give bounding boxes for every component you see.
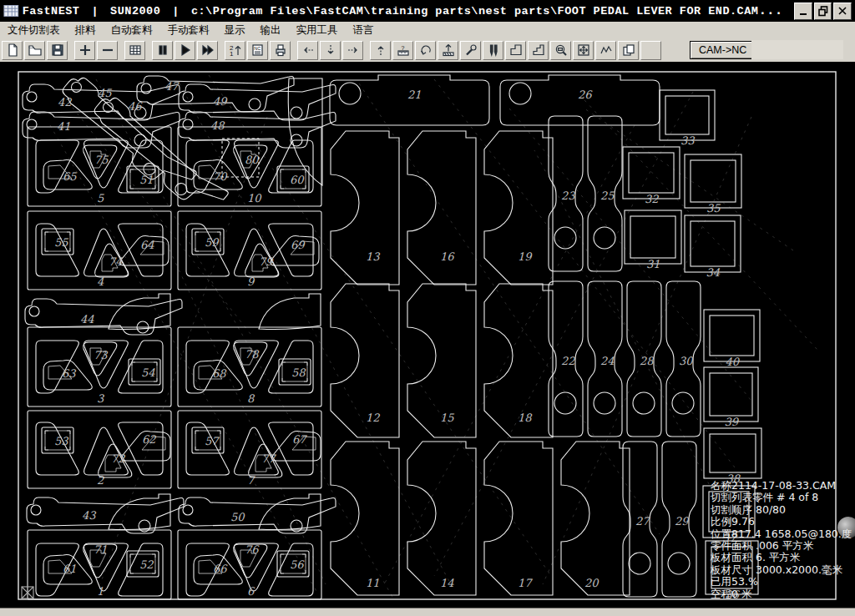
part-dogbone-30[interactable]: 30 — [666, 281, 701, 437]
fit-view-button[interactable] — [573, 41, 594, 60]
move-up-button[interactable] — [370, 41, 391, 60]
part-lever-41[interactable]: 41 — [23, 112, 180, 148]
part-blob-64[interactable]: 64 — [120, 236, 169, 265]
part-tri-78[interactable]: 78 — [234, 342, 267, 376]
part-square-38[interactable]: 38 — [704, 428, 761, 485]
add-part-button[interactable] — [74, 41, 95, 60]
torch-setup-button[interactable] — [483, 41, 503, 60]
part-big-13[interactable]: 13 — [331, 131, 399, 285]
part-tri-79[interactable]: 79 — [245, 244, 279, 277]
part-lever-44[interactable]: 44 — [25, 299, 182, 335]
move-left-button[interactable] — [297, 41, 318, 60]
part-tri-75[interactable]: 75 — [83, 145, 117, 179]
part-smallsq-58[interactable]: 58 — [279, 359, 311, 385]
part-square-32[interactable]: 32 — [623, 147, 680, 205]
part-number: 12 — [366, 412, 380, 424]
open-file-button[interactable] — [24, 41, 45, 60]
restore-button[interactable] — [814, 3, 832, 20]
shape-a-button[interactable] — [505, 41, 526, 60]
part-bar-21[interactable]: 21 — [330, 75, 489, 125]
menu-item-0[interactable]: 文件切割表 — [0, 22, 68, 39]
menu-item-5[interactable]: 输出 — [253, 22, 289, 39]
remove-part-button[interactable] — [97, 41, 118, 60]
nc-code-button[interactable] — [247, 41, 268, 60]
part-square-31[interactable]: 31 — [625, 210, 681, 270]
part-number: 68 — [212, 367, 227, 380]
menu-item-4[interactable]: 显示 — [217, 22, 253, 39]
part-number: 74 — [109, 255, 123, 268]
part-lever-49[interactable]: 49 — [179, 84, 336, 120]
save-file-button[interactable] — [47, 41, 68, 60]
part-dogbone-25[interactable]: 25 — [588, 116, 622, 271]
move-down-button[interactable] — [320, 41, 341, 60]
part-tri-76[interactable]: 76 — [234, 543, 267, 578]
spacer-button[interactable] — [640, 41, 661, 60]
part-smallsq-52[interactable]: 52 — [127, 551, 159, 577]
part-smallsq-60[interactable]: 60 — [277, 166, 309, 192]
cut-path-button[interactable] — [595, 41, 616, 60]
cut-sequence-button[interactable] — [225, 41, 245, 60]
part-smallsq-54[interactable]: 54 — [129, 359, 160, 385]
run-nest-button[interactable] — [175, 41, 195, 60]
menu-item-7[interactable]: 语言 — [346, 22, 382, 39]
part-big-20[interactable]: 20 — [561, 442, 630, 595]
part-blob-69[interactable]: 69 — [271, 236, 319, 265]
part-dogbone-27[interactable]: 27 — [623, 442, 657, 597]
part-big-14[interactable]: 14 — [407, 442, 476, 595]
part-big-15[interactable]: 15 — [407, 284, 476, 437]
close-button[interactable] — [833, 3, 852, 20]
part-number: 70 — [213, 170, 228, 183]
menu-item-2[interactable]: 自动套料 — [104, 22, 160, 39]
part-big-18[interactable]: 18 — [484, 284, 553, 437]
cam-to-nc-button[interactable]: CAM->NC — [690, 41, 756, 59]
part-tri-80[interactable]: 80 — [234, 145, 267, 179]
menu-item-3[interactable]: 手动套料 — [160, 22, 217, 39]
new-file-button[interactable] — [2, 41, 23, 60]
part-square-35[interactable]: 35 — [685, 154, 741, 215]
rotate-part-button[interactable] — [415, 41, 436, 60]
part-square-40[interactable]: 40 — [704, 310, 760, 368]
part-lever-50[interactable]: 50 — [179, 497, 336, 533]
part-number: 1 — [97, 585, 104, 598]
move-right-button[interactable] — [342, 41, 363, 60]
tools-button[interactable] — [460, 41, 481, 60]
fast-run-nest-button[interactable] — [197, 41, 218, 60]
part-blob-66[interactable]: 66 — [194, 555, 242, 584]
pause-nest-button[interactable] — [152, 41, 173, 60]
minimize-button[interactable] — [794, 3, 812, 20]
measure-button[interactable] — [392, 41, 413, 60]
print-button[interactable] — [270, 41, 291, 60]
part-lever-43[interactable]: 43 — [27, 497, 184, 533]
part-big-12[interactable]: 12 — [331, 284, 399, 437]
part-tri-71[interactable]: 71 — [83, 543, 117, 578]
plate-grid-button[interactable] — [124, 41, 145, 60]
part-bar-26[interactable]: 26 — [500, 75, 660, 125]
part-tri-74[interactable]: 74 — [95, 244, 129, 277]
part-number: 27 — [635, 515, 650, 528]
menu-item-1[interactable]: 排料 — [68, 22, 104, 39]
part-big-19[interactable]: 19 — [484, 131, 553, 285]
part-dogbone-29[interactable]: 29 — [662, 442, 696, 597]
align-part-button[interactable] — [438, 41, 458, 60]
part-number: 26 — [578, 88, 593, 101]
menu-item-6[interactable]: 实用工具 — [289, 22, 346, 39]
part-dogbone-23[interactable]: 23 — [549, 116, 583, 271]
zoom-window-button[interactable] — [550, 41, 571, 60]
shape-b-button[interactable] — [528, 41, 549, 60]
skeleton-swoosh[interactable] — [259, 294, 321, 330]
part-number: 35 — [706, 202, 721, 215]
nest-canvas[interactable]: 5104938271613121116151419181720212623252… — [0, 62, 855, 609]
part-dogbone-28[interactable]: 28 — [627, 281, 661, 437]
copy-sheet-button[interactable] — [618, 41, 639, 60]
part-square-34[interactable]: 34 — [685, 215, 741, 279]
part-number: 25 — [600, 189, 615, 202]
part-dogbone-24[interactable]: 24 — [588, 281, 622, 437]
skeleton-swoosh[interactable] — [109, 294, 170, 330]
part-smallsq-56[interactable]: 56 — [277, 551, 309, 577]
part-big-17[interactable]: 17 — [484, 442, 553, 595]
part-big-16[interactable]: 16 — [407, 131, 476, 285]
part-dogbone-22[interactable]: 22 — [549, 281, 583, 437]
part-big-11[interactable]: 11 — [331, 442, 399, 595]
part-tri-73[interactable]: 73 — [83, 342, 117, 376]
part-blob-61[interactable]: 61 — [43, 555, 92, 584]
